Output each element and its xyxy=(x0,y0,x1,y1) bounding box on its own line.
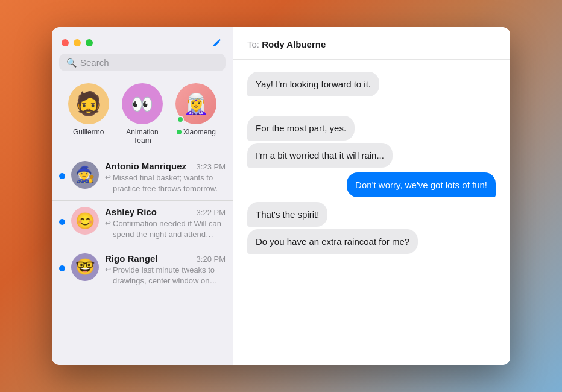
conv-time-rigo: 3:20 PM xyxy=(197,254,226,264)
messages-window: 🔍 Search 🧔 Guillermo 👀 Animation xyxy=(52,27,510,365)
conv-preview-rigo: ↩ Provide last minute tweaks to drawings… xyxy=(105,265,226,286)
avatar-animation-team: 👀 xyxy=(122,83,163,124)
reply-icon-antonio: ↩ xyxy=(105,173,111,182)
maximize-button[interactable] xyxy=(86,39,93,46)
conv-preview-antonio: ↩ Missed final basket; wants to practice… xyxy=(105,172,226,194)
message-group-3: Don't worry, we've got lots of fun! xyxy=(247,172,496,197)
avatar-guillermo: 🧔 xyxy=(68,83,109,124)
traffic-lights xyxy=(62,39,93,46)
avatar-emoji-ashley: 😊 xyxy=(75,212,95,230)
conv-time-antonio: 3:23 PM xyxy=(197,162,226,171)
avatar-rigo: 🤓 xyxy=(71,253,99,281)
conv-header-rigo: Rigo Rangel 3:20 PM xyxy=(105,253,226,264)
search-bar[interactable]: 🔍 Search xyxy=(59,54,226,71)
conv-name-antonio: Antonio Manriquez xyxy=(105,161,186,171)
message-1: Yay! I'm looking forward to it. xyxy=(247,72,379,96)
message-group-1: Yay! I'm looking forward to it. xyxy=(247,72,496,96)
conv-content-antonio: Antonio Manriquez 3:23 PM ↩ Missed final… xyxy=(105,161,226,194)
reply-icon-rigo: ↩ xyxy=(105,265,111,274)
conversation-antonio[interactable]: 🧙 Antonio Manriquez 3:23 PM ↩ Missed fin… xyxy=(52,155,233,201)
avatar-wrapper-guillermo: 🧔 xyxy=(68,83,109,124)
pinned-name-animation-team: Animation Team xyxy=(118,128,166,145)
spacer-1 xyxy=(247,101,496,111)
avatar-antonio: 🧙 xyxy=(71,161,99,189)
conversation-ashley[interactable]: 😊 Ashley Rico 3:22 PM ↩ Confirmation nee… xyxy=(52,201,233,247)
avatar-ashley: 😊 xyxy=(71,207,99,235)
conv-header-antonio: Antonio Manriquez 3:23 PM xyxy=(105,161,226,171)
pinned-contacts: 🧔 Guillermo 👀 Animation Team 🧝‍♀️ xyxy=(52,78,233,155)
pinned-contact-guillermo[interactable]: 🧔 Guillermo xyxy=(65,83,113,145)
message-3: I'm a bit worried that it will rain... xyxy=(247,143,393,168)
message-4: Don't worry, we've got lots of fun! xyxy=(347,172,496,197)
chat-panel: To: Rody Albuerne Yay! I'm looking forwa… xyxy=(233,27,510,365)
to-name: Rody Albuerne xyxy=(262,39,326,49)
conv-text-antonio: Missed final basket; wants to practice f… xyxy=(113,172,226,194)
conv-preview-ashley: ↩ Confirmation needed if Will can spend … xyxy=(105,218,226,240)
avatar-wrapper-animation-team: 👀 xyxy=(122,83,163,124)
message-group-4: That's the spirit! Do you have an extra … xyxy=(247,202,496,254)
conversation-rigo[interactable]: 🤓 Rigo Rangel 3:20 PM ↩ Provide last min… xyxy=(52,247,233,292)
compose-button[interactable] xyxy=(211,37,223,49)
avatar-emoji-antonio: 🧙 xyxy=(75,165,95,184)
search-label: Search xyxy=(80,57,109,68)
chat-header: To: Rody Albuerne xyxy=(233,27,510,60)
online-dot-xiaomeng xyxy=(177,130,182,134)
conv-name-ashley: Ashley Rico xyxy=(105,207,157,217)
conv-content-rigo: Rigo Rangel 3:20 PM ↩ Provide last minut… xyxy=(105,253,226,286)
message-5: That's the spirit! xyxy=(247,202,327,227)
pinned-contact-animation-team[interactable]: 👀 Animation Team xyxy=(118,83,166,145)
xiaomeng-name-with-dot: Xiaomeng xyxy=(177,128,216,136)
search-icon: 🔍 xyxy=(66,58,77,68)
conv-header-ashley: Ashley Rico 3:22 PM xyxy=(105,207,226,217)
conv-name-rigo: Rigo Rangel xyxy=(105,253,158,264)
message-2: For the most part, yes. xyxy=(247,116,355,141)
to-line: To: Rody Albuerne xyxy=(247,39,496,49)
pinned-contact-xiaomeng[interactable]: 🧝‍♀️ Xiaomeng xyxy=(172,83,220,145)
message-group-2: For the most part, yes. I'm a bit worrie… xyxy=(247,116,496,168)
message-6: Do you have an extra raincoat for me? xyxy=(247,229,418,254)
close-button[interactable] xyxy=(62,39,69,46)
conv-content-ashley: Ashley Rico 3:22 PM ↩ Confirmation neede… xyxy=(105,207,226,240)
minimize-button[interactable] xyxy=(74,39,81,46)
online-indicator-xiaomeng xyxy=(177,116,184,123)
titlebar xyxy=(52,27,233,54)
avatar-wrapper-xiaomeng: 🧝‍♀️ xyxy=(175,83,216,124)
to-label: To: xyxy=(247,39,259,49)
sidebar: 🔍 Search 🧔 Guillermo 👀 Animation xyxy=(52,27,233,365)
messages-area: Yay! I'm looking forward to it. For the … xyxy=(233,60,510,365)
conv-text-ashley: Confirmation needed if Will can spend th… xyxy=(113,218,226,240)
conv-text-rigo: Provide last minute tweaks to drawings, … xyxy=(113,265,226,286)
unread-dot-rigo xyxy=(59,265,65,271)
avatar-emoji-rigo: 🤓 xyxy=(75,258,95,276)
pinned-name-guillermo: Guillermo xyxy=(73,128,104,136)
unread-dot-antonio xyxy=(59,173,65,179)
conv-time-ashley: 3:22 PM xyxy=(197,208,226,217)
pinned-name-xiaomeng: Xiaomeng xyxy=(183,128,216,136)
reply-icon-ashley: ↩ xyxy=(105,219,111,227)
unread-dot-ashley xyxy=(59,219,65,225)
conversation-list: 🧙 Antonio Manriquez 3:23 PM ↩ Missed fin… xyxy=(52,155,233,365)
